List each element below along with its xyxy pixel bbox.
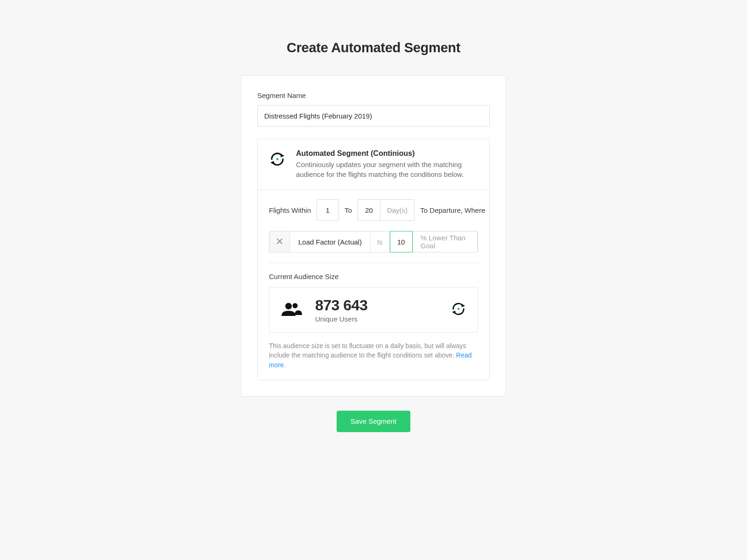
svg-marker-6 (452, 311, 455, 314)
note-suffix: . (284, 361, 286, 369)
time-range-row: Flights Within To Day(s) To Departure, W… (269, 199, 478, 221)
value-input[interactable] (390, 231, 413, 252)
is-label: Is (371, 231, 390, 252)
svg-point-3 (285, 303, 292, 309)
users-icon (281, 301, 303, 319)
value-cell (390, 231, 413, 252)
svg-marker-5 (462, 304, 465, 307)
info-header: Automated Segment (Continious) Continiou… (258, 139, 489, 190)
audience-sublabel: Unique Users (315, 315, 367, 323)
from-input[interactable] (317, 199, 339, 221)
metric-select[interactable]: Load Factor (Actual) (290, 231, 371, 252)
refresh-icon (269, 152, 286, 168)
filter-row: Load Factor (Actual) Is % Lower Than Goa… (269, 231, 478, 252)
svg-point-4 (293, 303, 298, 308)
audience-count: 873 643 (315, 297, 367, 314)
to-input[interactable] (358, 199, 380, 221)
svg-point-7 (458, 308, 460, 310)
comparison-select[interactable]: % Lower Than Goal (413, 231, 478, 252)
svg-point-2 (276, 158, 278, 160)
segment-name-label: Segment Name (257, 91, 490, 99)
unit-select[interactable]: Day(s) (380, 199, 415, 221)
audience-note: This audience size is set to fluctuate o… (269, 341, 478, 370)
close-icon (276, 238, 283, 246)
suffix-label: To Departure, Where (420, 206, 485, 214)
to-label: To (345, 206, 352, 214)
audience-label: Current Audience Size (269, 273, 478, 280)
save-segment-button[interactable]: Save Segment (337, 411, 410, 432)
within-label: Flights Within (269, 206, 311, 214)
note-text: This audience size is set to fluctuate o… (269, 342, 466, 359)
info-description: Continiously updates your segment with t… (296, 160, 478, 179)
divider (269, 263, 478, 263)
svg-marker-1 (270, 161, 274, 165)
refresh-icon (451, 302, 466, 317)
segment-name-input[interactable] (257, 105, 490, 126)
remove-filter-button[interactable] (269, 231, 290, 252)
info-title: Automated Segment (Continious) (296, 149, 478, 158)
svg-marker-0 (281, 154, 284, 157)
page-title: Create Automated Segment (287, 40, 460, 56)
audience-section: Current Audience Size 873 643 (258, 273, 489, 380)
conditions-section: Flights Within To Day(s) To Departure, W… (258, 190, 489, 252)
info-panel: Automated Segment (Continious) Continiou… (257, 139, 490, 380)
audience-card: 873 643 Unique Users (269, 287, 478, 333)
segment-card: Segment Name Automated Segment (Continio… (241, 75, 506, 397)
